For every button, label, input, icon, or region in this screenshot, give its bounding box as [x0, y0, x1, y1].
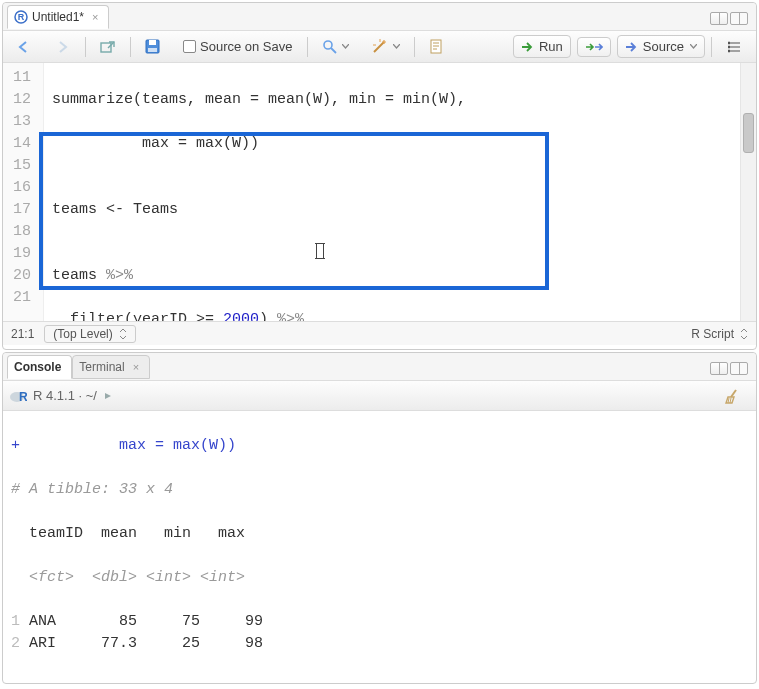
toolbar-separator	[307, 37, 308, 57]
terminal-tab-label: Terminal	[79, 360, 124, 374]
wand-icon	[371, 39, 389, 55]
clear-console-button[interactable]	[716, 384, 750, 408]
source-on-save-label: Source on Save	[200, 39, 293, 54]
source-tabbar: R Untitled1* ×	[3, 3, 756, 31]
session-arrow-icon[interactable]	[103, 391, 113, 401]
console-output[interactable]: + max = max(W)) # A tibble: 33 x 4 teamI…	[3, 411, 756, 647]
r-logo-icon: R	[9, 387, 27, 405]
console-tabbar: Console Terminal ×	[3, 353, 756, 381]
notebook-icon	[429, 39, 443, 55]
svg-rect-5	[148, 48, 157, 52]
save-button[interactable]	[137, 35, 169, 59]
compile-report-button[interactable]	[421, 35, 451, 59]
arrow-right-icon	[55, 40, 71, 54]
svg-text:R: R	[19, 390, 27, 404]
outline-button[interactable]	[718, 36, 750, 58]
outline-icon	[726, 40, 742, 54]
console-line: + max = max(W))	[11, 435, 748, 457]
pane-max-icon[interactable]	[730, 12, 748, 25]
close-icon[interactable]: ×	[129, 361, 139, 373]
scope-label: (Top Level)	[53, 327, 112, 341]
pane-min-icon[interactable]	[710, 12, 728, 25]
run-button[interactable]: Run	[513, 35, 571, 58]
svg-text:R: R	[18, 12, 25, 22]
code-body[interactable]: summarize(teams, mean = mean(W), min = m…	[44, 63, 474, 321]
session-info: R 4.1.1 · ~/	[33, 388, 97, 403]
console-tab-label: Console	[14, 360, 61, 374]
chevron-down-icon	[690, 44, 697, 50]
back-button[interactable]	[9, 36, 41, 58]
checkbox-icon	[183, 40, 196, 53]
code-line[interactable]: max = max(W))	[52, 133, 466, 155]
popout-icon	[100, 40, 116, 54]
code-line[interactable]: filter(yearID >= 2000) %>%	[52, 309, 466, 321]
scope-selector[interactable]: (Top Level)	[44, 325, 135, 343]
console-toolbar: R R 4.1.1 · ~/	[3, 381, 756, 411]
run-icon	[521, 41, 535, 53]
forward-button[interactable]	[47, 36, 79, 58]
toolbar-separator	[414, 37, 415, 57]
code-editor[interactable]: 11 12 13 14 15 16 17 18 19 20 21 summari…	[3, 63, 756, 321]
svg-rect-2	[101, 43, 111, 52]
cursor-position: 21:1	[11, 327, 34, 341]
language-label: R Script	[691, 327, 734, 341]
toolbar-separator	[711, 37, 712, 57]
updown-icon	[119, 329, 127, 339]
source-tab-label: Untitled1*	[32, 10, 84, 24]
code-line[interactable]: teams <- Teams	[52, 199, 466, 221]
run-label: Run	[539, 39, 563, 54]
chevron-down-icon	[393, 44, 400, 50]
arrow-left-icon	[17, 40, 33, 54]
find-button[interactable]	[314, 35, 357, 59]
broom-icon	[724, 388, 742, 404]
console-tab[interactable]: Console	[7, 355, 72, 379]
source-tab-untitled1[interactable]: R Untitled1* ×	[7, 5, 109, 29]
vertical-scrollbar[interactable]	[740, 63, 756, 321]
source-statusbar: 21:1 (Top Level) R Script	[3, 321, 756, 345]
rerun-icon	[585, 41, 603, 53]
svg-rect-4	[149, 40, 156, 45]
rerun-button[interactable]	[577, 37, 611, 57]
code-line[interactable]: summarize(teams, mean = mean(W), min = m…	[52, 89, 466, 111]
source-button[interactable]: Source	[617, 35, 705, 58]
svg-point-6	[324, 41, 332, 49]
source-on-save-toggle[interactable]: Source on Save	[175, 35, 301, 58]
text-cursor-icon	[316, 243, 324, 259]
language-selector[interactable]: R Script	[691, 327, 748, 341]
show-in-new-window-button[interactable]	[92, 36, 124, 58]
table-types-row: <fct> <dbl> <int> <int>	[11, 567, 748, 589]
close-icon[interactable]: ×	[88, 11, 98, 23]
search-icon	[322, 39, 338, 55]
toolbar-separator	[85, 37, 86, 57]
chevron-down-icon	[342, 44, 349, 50]
pane-min-icon[interactable]	[710, 362, 728, 375]
save-icon	[145, 39, 161, 55]
updown-icon	[740, 329, 748, 339]
source-toolbar: Source on Save Run Source	[3, 31, 756, 63]
tibble-header: # A tibble: 33 x 4	[11, 479, 748, 501]
toolbar-separator	[130, 37, 131, 57]
source-icon	[625, 41, 639, 53]
console-pane: Console Terminal × R R 4.1.1 · ~/ + max …	[2, 352, 757, 684]
table-row: 2 ARI 77.3 25 98	[11, 633, 748, 647]
pane-max-icon[interactable]	[730, 362, 748, 375]
code-line[interactable]: teams %>%	[52, 265, 466, 287]
r-file-icon: R	[14, 10, 28, 24]
table-row: 1 ANA 85 75 99	[11, 611, 748, 633]
code-tools-button[interactable]	[363, 35, 408, 59]
terminal-tab[interactable]: Terminal ×	[72, 355, 150, 379]
table-header-row: teamID mean min max	[11, 523, 748, 545]
line-gutter: 11 12 13 14 15 16 17 18 19 20 21	[3, 63, 44, 321]
source-button-label: Source	[643, 39, 684, 54]
scrollbar-thumb[interactable]	[743, 113, 754, 153]
source-pane: R Untitled1* × Source on Save	[2, 2, 757, 350]
